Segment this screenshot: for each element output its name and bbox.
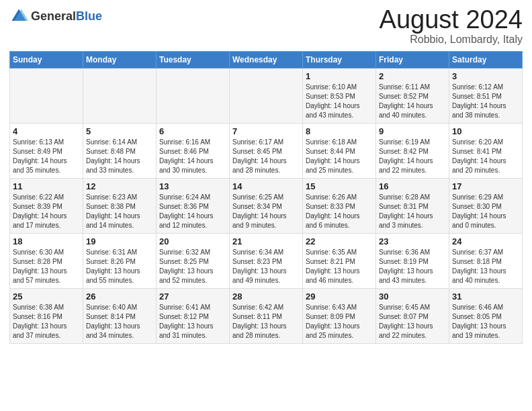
logo-general: General [31, 9, 76, 23]
day-info: Sunrise: 6:20 AM Sunset: 8:41 PM Dayligh… [452, 138, 519, 175]
day-info: Sunrise: 6:38 AM Sunset: 8:16 PM Dayligh… [13, 303, 80, 340]
day-info: Sunrise: 6:37 AM Sunset: 8:18 PM Dayligh… [452, 248, 519, 285]
day-cell: 25Sunrise: 6:38 AM Sunset: 8:16 PM Dayli… [10, 289, 83, 344]
day-cell: 11Sunrise: 6:22 AM Sunset: 8:39 PM Dayli… [10, 179, 83, 234]
day-number: 5 [86, 126, 153, 136]
day-cell: 20Sunrise: 6:32 AM Sunset: 8:25 PM Dayli… [157, 234, 230, 289]
day-cell: 24Sunrise: 6:37 AM Sunset: 8:18 PM Dayli… [449, 234, 523, 289]
day-number: 3 [452, 71, 519, 81]
day-number: 23 [379, 236, 446, 246]
day-cell: 21Sunrise: 6:34 AM Sunset: 8:23 PM Dayli… [230, 234, 303, 289]
day-info: Sunrise: 6:13 AM Sunset: 8:49 PM Dayligh… [13, 138, 80, 175]
day-cell: 18Sunrise: 6:30 AM Sunset: 8:28 PM Dayli… [10, 234, 83, 289]
main-container: GeneralBlue August 2024 Robbio, Lombardy… [0, 0, 532, 351]
day-cell: 31Sunrise: 6:46 AM Sunset: 8:05 PM Dayli… [449, 289, 523, 344]
col-sunday: Sunday [10, 52, 83, 68]
day-number: 31 [452, 291, 519, 302]
day-number: 1 [306, 71, 373, 81]
day-cell: 29Sunrise: 6:43 AM Sunset: 8:09 PM Dayli… [303, 289, 376, 344]
week-row-3: 11Sunrise: 6:22 AM Sunset: 8:39 PM Dayli… [10, 179, 523, 234]
week-row-5: 25Sunrise: 6:38 AM Sunset: 8:16 PM Dayli… [10, 289, 523, 344]
day-cell [10, 68, 83, 124]
day-number: 29 [306, 291, 373, 302]
day-cell [157, 68, 230, 124]
day-number: 19 [86, 236, 153, 246]
day-info: Sunrise: 6:35 AM Sunset: 8:21 PM Dayligh… [306, 248, 373, 285]
title-block: August 2024 Robbio, Lombardy, Italy [380, 7, 523, 46]
day-number: 2 [379, 71, 446, 81]
day-info: Sunrise: 6:10 AM Sunset: 8:53 PM Dayligh… [306, 83, 373, 120]
day-number: 11 [13, 181, 80, 191]
day-cell: 27Sunrise: 6:41 AM Sunset: 8:12 PM Dayli… [157, 289, 230, 344]
day-number: 18 [13, 236, 80, 246]
logo-blue: Blue [76, 9, 102, 23]
day-cell: 22Sunrise: 6:35 AM Sunset: 8:21 PM Dayli… [303, 234, 376, 289]
day-number: 10 [452, 126, 519, 136]
day-info: Sunrise: 6:43 AM Sunset: 8:09 PM Dayligh… [306, 303, 373, 340]
week-row-2: 4Sunrise: 6:13 AM Sunset: 8:49 PM Daylig… [10, 124, 523, 179]
col-tuesday: Tuesday [157, 52, 230, 68]
day-number: 30 [379, 291, 446, 302]
day-info: Sunrise: 6:30 AM Sunset: 8:28 PM Dayligh… [13, 248, 80, 285]
day-number: 4 [13, 126, 80, 136]
day-cell: 7Sunrise: 6:17 AM Sunset: 8:45 PM Daylig… [230, 124, 303, 179]
day-number: 25 [13, 291, 80, 302]
day-number: 22 [306, 236, 373, 246]
day-cell: 2Sunrise: 6:11 AM Sunset: 8:52 PM Daylig… [376, 68, 449, 124]
day-info: Sunrise: 6:16 AM Sunset: 8:46 PM Dayligh… [159, 138, 226, 175]
day-cell [230, 68, 303, 124]
logo-icon [9, 7, 28, 26]
col-saturday: Saturday [449, 52, 523, 68]
logo: GeneralBlue [9, 7, 102, 26]
day-info: Sunrise: 6:45 AM Sunset: 8:07 PM Dayligh… [379, 303, 446, 340]
day-cell: 9Sunrise: 6:19 AM Sunset: 8:42 PM Daylig… [376, 124, 449, 179]
week-row-1: 1Sunrise: 6:10 AM Sunset: 8:53 PM Daylig… [10, 68, 523, 124]
day-number: 26 [86, 291, 153, 302]
col-friday: Friday [376, 52, 449, 68]
day-info: Sunrise: 6:22 AM Sunset: 8:39 PM Dayligh… [13, 193, 80, 230]
day-info: Sunrise: 6:32 AM Sunset: 8:25 PM Dayligh… [159, 248, 226, 285]
day-number: 7 [232, 126, 300, 136]
day-info: Sunrise: 6:18 AM Sunset: 8:44 PM Dayligh… [306, 138, 373, 175]
day-info: Sunrise: 6:34 AM Sunset: 8:23 PM Dayligh… [232, 248, 300, 285]
col-thursday: Thursday [303, 52, 376, 68]
calendar-table: Sunday Monday Tuesday Wednesday Thursday… [9, 51, 523, 344]
day-cell: 4Sunrise: 6:13 AM Sunset: 8:49 PM Daylig… [10, 124, 83, 179]
day-info: Sunrise: 6:36 AM Sunset: 8:19 PM Dayligh… [379, 248, 446, 285]
day-info: Sunrise: 6:46 AM Sunset: 8:05 PM Dayligh… [452, 303, 519, 340]
day-cell: 28Sunrise: 6:42 AM Sunset: 8:11 PM Dayli… [230, 289, 303, 344]
day-info: Sunrise: 6:42 AM Sunset: 8:11 PM Dayligh… [232, 303, 300, 340]
day-info: Sunrise: 6:17 AM Sunset: 8:45 PM Dayligh… [232, 138, 300, 175]
day-info: Sunrise: 6:40 AM Sunset: 8:14 PM Dayligh… [86, 303, 153, 340]
day-cell: 3Sunrise: 6:12 AM Sunset: 8:51 PM Daylig… [449, 68, 523, 124]
day-cell: 17Sunrise: 6:29 AM Sunset: 8:30 PM Dayli… [449, 179, 523, 234]
day-number: 14 [232, 181, 300, 191]
day-number: 9 [379, 126, 446, 136]
day-cell: 19Sunrise: 6:31 AM Sunset: 8:26 PM Dayli… [83, 234, 157, 289]
header: GeneralBlue August 2024 Robbio, Lombardy… [9, 7, 523, 46]
day-number: 6 [159, 126, 226, 136]
day-number: 28 [232, 291, 300, 302]
day-cell: 10Sunrise: 6:20 AM Sunset: 8:41 PM Dayli… [449, 124, 523, 179]
logo-text: GeneralBlue [31, 9, 102, 24]
day-number: 12 [86, 181, 153, 191]
day-cell: 26Sunrise: 6:40 AM Sunset: 8:14 PM Dayli… [83, 289, 157, 344]
day-info: Sunrise: 6:12 AM Sunset: 8:51 PM Dayligh… [452, 83, 519, 120]
day-number: 24 [452, 236, 519, 246]
day-cell: 16Sunrise: 6:28 AM Sunset: 8:31 PM Dayli… [376, 179, 449, 234]
day-cell: 30Sunrise: 6:45 AM Sunset: 8:07 PM Dayli… [376, 289, 449, 344]
day-info: Sunrise: 6:29 AM Sunset: 8:30 PM Dayligh… [452, 193, 519, 230]
calendar-body: 1Sunrise: 6:10 AM Sunset: 8:53 PM Daylig… [10, 68, 523, 344]
day-info: Sunrise: 6:26 AM Sunset: 8:33 PM Dayligh… [306, 193, 373, 230]
day-info: Sunrise: 6:23 AM Sunset: 8:38 PM Dayligh… [86, 193, 153, 230]
col-wednesday: Wednesday [230, 52, 303, 68]
day-info: Sunrise: 6:28 AM Sunset: 8:31 PM Dayligh… [379, 193, 446, 230]
day-cell: 8Sunrise: 6:18 AM Sunset: 8:44 PM Daylig… [303, 124, 376, 179]
week-row-4: 18Sunrise: 6:30 AM Sunset: 8:28 PM Dayli… [10, 234, 523, 289]
day-cell: 12Sunrise: 6:23 AM Sunset: 8:38 PM Dayli… [83, 179, 157, 234]
day-cell: 6Sunrise: 6:16 AM Sunset: 8:46 PM Daylig… [157, 124, 230, 179]
day-number: 20 [159, 236, 226, 246]
day-cell: 5Sunrise: 6:14 AM Sunset: 8:48 PM Daylig… [83, 124, 157, 179]
subtitle: Robbio, Lombardy, Italy [380, 34, 523, 46]
col-monday: Monday [83, 52, 157, 68]
